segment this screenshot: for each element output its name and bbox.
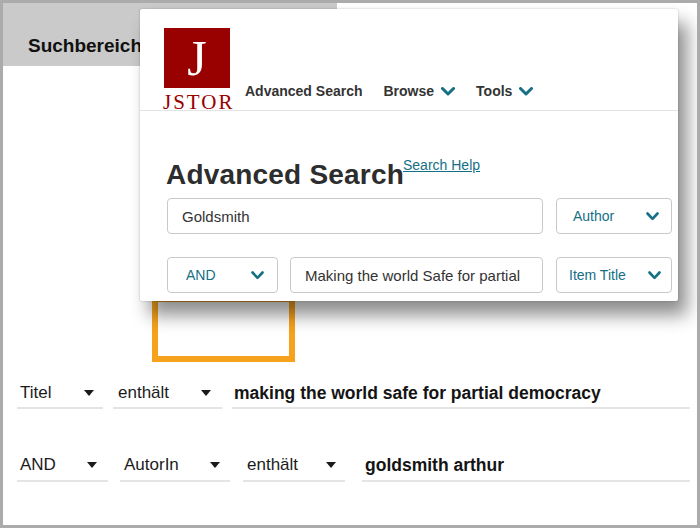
author-query-input[interactable]: goldsmith arthur [362, 450, 690, 482]
operator-dropdown[interactable]: AND [167, 257, 278, 293]
caret-down-icon [210, 462, 220, 468]
jstor-logo-initial: J [187, 33, 206, 83]
caret-down-icon [201, 390, 211, 396]
field-dropdown-item-title[interactable]: Item Title [556, 257, 672, 293]
condition-select-row1[interactable]: enthält [113, 379, 222, 409]
field-select-titel[interactable]: Titel [17, 379, 103, 409]
operator-select-row2[interactable]: AND [17, 450, 108, 482]
nav-tools[interactable]: Tools [476, 83, 533, 99]
nav-tools-label: Tools [476, 83, 512, 99]
query-input-1[interactable] [167, 198, 543, 234]
highlight-annotation-box [152, 296, 295, 362]
scope-label: Suchbereich: [28, 36, 148, 55]
nav-advanced-search[interactable]: Advanced Search [245, 83, 363, 99]
operator-dropdown-value: AND [186, 267, 216, 283]
jstor-advanced-search-panel: J JSTOR Advanced Search Browse Tools Adv… [140, 9, 678, 301]
title-query-value: making the world safe for partial democr… [234, 383, 601, 404]
condition-select-row2[interactable]: enthält [243, 450, 345, 482]
condition-select-row2-value: enthält [247, 455, 298, 475]
field-select-autorin-value: AutorIn [124, 455, 179, 475]
jstor-logo-icon[interactable]: J [164, 28, 230, 88]
condition-select-row1-value: enthält [118, 383, 169, 403]
nav-browse-label: Browse [384, 83, 435, 99]
chevron-down-icon [646, 212, 659, 221]
nav-divider [140, 110, 678, 111]
author-query-value: goldsmith arthur [365, 455, 504, 476]
caret-down-icon [84, 390, 94, 396]
caret-down-icon [326, 462, 336, 468]
field-dropdown-author-value: Author [573, 208, 614, 224]
chevron-down-icon [519, 87, 533, 96]
field-dropdown-author[interactable]: Author [556, 198, 672, 234]
operator-select-row2-value: AND [20, 455, 56, 475]
chevron-down-icon [648, 271, 661, 280]
nav-browse[interactable]: Browse [384, 83, 456, 99]
title-query-input[interactable]: making the world safe for partial democr… [232, 379, 690, 409]
field-select-autorin[interactable]: AutorIn [120, 450, 230, 482]
caret-down-icon [87, 462, 97, 468]
field-dropdown-item-title-value: Item Title [569, 267, 626, 283]
query-input-2[interactable] [290, 257, 543, 293]
chevron-down-icon [251, 271, 264, 280]
chevron-down-icon [441, 87, 455, 96]
page-title: Advanced Search [166, 160, 404, 191]
field-select-titel-value: Titel [20, 383, 52, 403]
search-help-link[interactable]: Search Help [403, 157, 480, 173]
top-navigation: Advanced Search Browse Tools [245, 79, 533, 103]
screenshot-canvas: Suchbereich: Artikel+ Titel enthält maki… [0, 0, 700, 528]
nav-advanced-search-label: Advanced Search [245, 83, 363, 99]
